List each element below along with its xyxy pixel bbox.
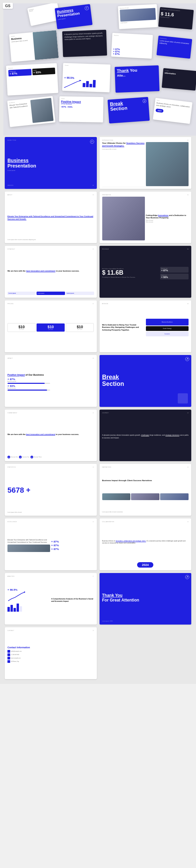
slide-10-decoration xyxy=(178,393,188,403)
slide-2[interactable]: Introduction 02 Your Ultimate Choice for… xyxy=(100,137,192,189)
hero-slide-dark-1: We Deliver Unparalleled Excellence. $ 11… xyxy=(158,7,194,29)
slide-12[interactable]: Journey 12 A dynamic journey where innov… xyxy=(100,410,192,461)
slide-13[interactable]: Statistics 13 5678 + Lorem ipsum dolor s… xyxy=(5,464,97,516)
slide-2-heading: Your Ultimate Choice for Seamless Succes… xyxy=(102,142,145,147)
slide-18-sub: Lorem ipsum • 2024 xyxy=(102,620,189,622)
slide-19-contacts: hello@example.com +1 234 567 890 www.exa… xyxy=(7,650,50,663)
slide-19[interactable]: Contact 19 Contact Information hello@exa… xyxy=(5,627,97,679)
slide-12-page: 12 xyxy=(187,412,189,414)
slide-6-stat: $ 11.6B xyxy=(102,270,159,276)
slide-10-title1: Break xyxy=(102,374,189,381)
slide-12-label: Journey xyxy=(102,412,109,414)
slide-15-label: Excellence xyxy=(7,521,17,522)
slide-13-label: Statistics xyxy=(7,467,16,468)
slide-5-body: We are here with the best innovation and… xyxy=(7,251,94,292)
slide-17-heading: A Comprehensive Analysis of Our Business… xyxy=(51,598,94,603)
hero-slide-chart: Growth + 98.5% xyxy=(62,63,111,93)
slide-8-page: 08 xyxy=(187,303,189,304)
slide-5-label: Strategy xyxy=(7,249,15,250)
slide-7[interactable]: Pricing 07 $10 per month $10 per month $… xyxy=(5,300,97,352)
slide-3-heading: Elevate Your Enterprise with Tailored Ex… xyxy=(7,197,94,239)
slide-17-bars xyxy=(7,604,50,612)
slide-4-label2: Dolor sit amet xyxy=(146,221,189,223)
slide-8-right: Business Excellence Growth Strategy Inno… xyxy=(146,305,189,350)
slide-6-label: Revenue xyxy=(102,249,109,250)
slide-4-label: Innovation xyxy=(102,194,111,196)
slide-18[interactable]: ↗ Thank You For Great Attention Lorem ip… xyxy=(100,573,192,625)
slide-1-title2: Presentation xyxy=(7,163,94,169)
hero-section: BusinessGrowth Business Presentation Lor… xyxy=(3,3,196,136)
slide-3-page: 03 xyxy=(93,194,94,196)
slide-5-boxes: Lorem ipsum Lorem ipsum Lorem ipsum xyxy=(7,292,94,295)
hero-slide-bottom-3: 2024 Business thrives on innovation, col… xyxy=(153,98,193,124)
slide-8-heading: We're Dedicated to Being Your Trusted Bu… xyxy=(102,324,145,331)
slide-8[interactable]: Mission 08 We're Dedicated to Being Your… xyxy=(100,300,192,352)
hero-slide-tagline: A dynamic journey where innovation spark… xyxy=(62,30,107,57)
slide-7-prices: $10 per month $10 per month $10 per mont… xyxy=(7,305,94,350)
slide-9-pct1: + 87% xyxy=(7,378,50,381)
slide-16-page: 16 xyxy=(187,521,189,522)
slide-17-page: 17 xyxy=(93,576,94,577)
slide-4-heading: Cutting-Edge Innovations and a Dedicatio… xyxy=(146,214,189,219)
slide-15-image xyxy=(7,545,50,552)
slide-15-page: 15 xyxy=(93,521,94,522)
slide-13-sub: Lorem ipsum dolor sit amet xyxy=(7,512,94,513)
slide-18-title: Thank You For Great Attention xyxy=(102,593,189,603)
slide-13-page: 13 xyxy=(93,467,94,468)
slide-6-sublabel2: Providing the Ultimate Answer to Elevate… xyxy=(102,276,159,278)
slide-1-title1: Business xyxy=(7,158,94,163)
slide-4[interactable]: Innovation 04 Cutting-Edge Innovations a… xyxy=(100,192,192,243)
slide-15[interactable]: Excellence 15 Elevate Your Enterprise wi… xyxy=(5,518,97,570)
slide-1-label: Slide Title xyxy=(7,140,16,141)
slide-14-images xyxy=(102,493,189,500)
slide-2-label: Introduction xyxy=(102,140,113,141)
slide-9-pct2: + 93% xyxy=(7,384,50,388)
page-wrapper: GS BusinessGrowth Business Presentation … xyxy=(0,0,196,684)
slide-6-page: 06 xyxy=(187,249,189,250)
hero-slide-stats: Revenue Business now + 87% Quarter + 93% xyxy=(6,63,58,96)
slide-15-stats: + 87% + 87% + 87% xyxy=(51,524,94,568)
slide-17[interactable]: Analysis 17 + 98.5% xyxy=(5,573,97,625)
slide-9-label: Impact xyxy=(7,358,13,359)
hero-slide-bottom-1: Excellence Elevate Your Enterprise with … xyxy=(7,96,55,127)
slide-5[interactable]: Strategy 05 We are here with the best in… xyxy=(5,246,97,298)
hero-slide-blue-2: Empowering Lorem ipsum dolor sit amet co… xyxy=(156,36,192,59)
slide-14-page: 14 xyxy=(187,467,189,468)
slide-7-label: Pricing xyxy=(7,303,14,304)
slide-1-subtitle: Lorem ipsum xyxy=(7,170,94,171)
slide-14-label: Narratives xyxy=(102,467,111,468)
slide-14-heading: Business Impact through Client Success N… xyxy=(102,479,189,482)
slide-19-page: 19 xyxy=(93,630,94,631)
slide-15-body: Elevate Your Enterprise with Tailored Ex… xyxy=(7,539,50,544)
hero-slide-bottom-2: Impact Positive Impact of Our Business +… xyxy=(59,96,103,122)
slide-16-body: Business thrives on innovation, collabor… xyxy=(102,540,189,545)
slide-7-page: 07 xyxy=(93,303,94,304)
hero-slide-blue-1: Business Presentation Lorem ipsum 7 xyxy=(55,4,93,29)
slide-6[interactable]: Revenue 06 We Deliver Unparalleled Excel… xyxy=(100,246,192,298)
slide-3[interactable]: About 03 Elevate Your Enterprise with Ta… xyxy=(5,192,97,243)
slide-6-pcts: Business now + 87% Quarter now + 93% xyxy=(160,267,189,279)
gs-badge: GS xyxy=(3,3,13,9)
slide-1[interactable]: Slide Title 7 Business Presentation Lore… xyxy=(5,137,97,189)
slide-14[interactable]: Narratives 14 Business Impact through Cl… xyxy=(100,464,192,516)
slide-16-year: 2024 xyxy=(137,562,153,568)
hero-slide-people: Section Business Lorem ipsum dolor sit a… xyxy=(9,30,59,62)
slide-2-page: 02 xyxy=(187,140,189,141)
hero-slide-dark-2: Contact Information xyxy=(162,68,196,91)
hero-slide-break: BreakSection ↗ xyxy=(108,97,150,123)
slide-9-bar2 xyxy=(7,390,50,391)
slide-17-chart xyxy=(7,591,26,601)
slide-9-heading: Positive Impact of Our Business xyxy=(7,374,50,376)
slide-2-image xyxy=(146,142,189,186)
slide-16-year-wrapper: 2024 xyxy=(102,561,189,568)
slide-11[interactable]: Commitment 11 We are here with the best … xyxy=(5,410,97,461)
slide-16[interactable]: Collaboration 16 Business thrives on inn… xyxy=(100,518,192,570)
slide-10[interactable]: ↗ Break Section xyxy=(100,355,192,407)
hero-slide-white-1: Business Growth Lorem ipsum xyxy=(118,4,158,29)
slide-10-icon: ↗ xyxy=(185,357,189,361)
slide-9[interactable]: Impact 09 Positive Impact of Our Busines… xyxy=(5,355,97,407)
slide-1-icon: 7 xyxy=(90,140,94,144)
slide-4-label1: Dolor sit amet xyxy=(146,220,189,221)
slide-17-pct: + 98.5% xyxy=(7,588,50,591)
slide-3-label: About xyxy=(7,194,13,196)
